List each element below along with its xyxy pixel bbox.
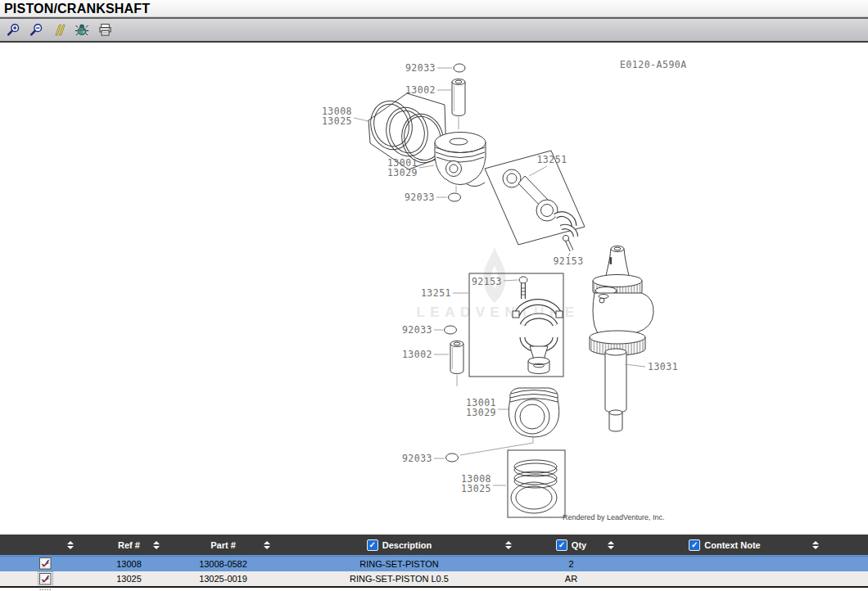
part-label[interactable]: 92033 — [405, 192, 435, 203]
connecting-rod-box-lower — [469, 273, 563, 377]
flash-button[interactable] — [50, 22, 68, 38]
piston-pin-top — [452, 79, 465, 116]
part-label[interactable]: 13025 — [322, 115, 352, 127]
table-header: Ref # Part # Description Qty Context Not… — [0, 535, 868, 555]
crankshaft — [590, 246, 653, 432]
description-checkbox[interactable] — [367, 539, 378, 551]
description-cell: RING-SET-PISTON L0.5 — [278, 571, 520, 586]
row-select-cell — [0, 588, 90, 591]
header-ref[interactable]: Ref # — [90, 535, 168, 555]
part-label[interactable]: 92033 — [402, 324, 432, 336]
parts-viewer-window: PISTON/CRANKSHAFT — [0, 0, 868, 591]
header-label: Description — [382, 540, 432, 550]
title-bar: PISTON/CRANKSHAFT — [0, 0, 868, 17]
header-part[interactable]: Part # — [168, 535, 278, 555]
rod-bolt-lower — [519, 277, 527, 299]
hotspots-button[interactable] — [73, 22, 91, 38]
edit-checkbox-icon — [39, 557, 52, 570]
ref-cell: 13025 — [90, 571, 168, 586]
part-label[interactable]: 92033 — [405, 62, 436, 74]
flash-icon — [52, 24, 66, 37]
description-cell: RING-SET-PISTON — [278, 556, 520, 571]
zoom-out-icon — [29, 23, 43, 37]
sort-arrows-icon[interactable] — [608, 541, 614, 549]
part-label[interactable]: 13251 — [421, 287, 451, 299]
circlip-second — [449, 193, 461, 201]
zoom-in-icon — [7, 23, 20, 37]
zoom-out-button[interactable] — [27, 22, 45, 38]
connecting-rod-box — [485, 151, 585, 250]
table-row-partial[interactable] — [0, 586, 868, 591]
diagram-canvas[interactable]: LEADVENTURE E0120-A590A 92033 13002 — [0, 43, 868, 535]
piston-pin-lower — [450, 341, 463, 374]
part-cell: 13025-0019 — [168, 571, 278, 586]
header-qty[interactable]: Qty — [520, 535, 622, 555]
diagram-toolbar — [0, 17, 868, 43]
header-select-column[interactable] — [0, 535, 90, 555]
part-label[interactable]: 13029 — [466, 407, 496, 418]
piston-ring-set-bottom — [508, 450, 565, 517]
qty-cell: 2 — [520, 556, 622, 571]
part-label[interactable]: 92033 — [402, 453, 432, 464]
row-select-cell[interactable] — [0, 556, 90, 571]
part-cell: 13008-0582 — [168, 556, 278, 571]
circlip-top — [454, 64, 465, 72]
edit-checkbox-icon — [39, 573, 52, 585]
table-row[interactable]: 13008 13008-0582 RING-SET-PISTON 2 — [0, 555, 868, 571]
header-description[interactable]: Description — [278, 535, 520, 555]
context-note-cell — [622, 556, 827, 571]
sort-arrows-icon[interactable] — [67, 541, 74, 549]
sort-arrows-icon[interactable] — [153, 541, 160, 549]
header-label: Qty — [572, 540, 586, 550]
zoom-in-button[interactable] — [4, 22, 22, 38]
sort-arrows-icon[interactable] — [264, 541, 270, 549]
ref-cell: 13008 — [90, 556, 168, 571]
header-label: Ref # — [118, 540, 140, 550]
context-note-cell — [622, 571, 827, 586]
part-label[interactable]: 13251 — [536, 154, 567, 165]
part-label[interactable]: 92153 — [472, 276, 502, 287]
rod-bolt-upper — [563, 235, 572, 250]
piston-bottom-view — [509, 388, 559, 437]
header-label: Part # — [210, 540, 236, 550]
part-label[interactable]: 13031 — [648, 361, 678, 372]
exploded-diagram: LEADVENTURE E0120-A590A 92033 13002 — [0, 43, 868, 535]
sort-arrows-icon[interactable] — [812, 541, 819, 549]
part-label[interactable]: 13002 — [402, 349, 432, 360]
circlip-third — [445, 326, 457, 334]
page-title: PISTON/CRANKSHAFT — [4, 2, 864, 16]
context-note-checkbox[interactable] — [689, 539, 700, 551]
render-credit: Rendered by LeadVenture, Inc. — [563, 513, 665, 521]
header-context-note[interactable]: Context Note — [622, 535, 827, 555]
header-filler — [827, 535, 868, 555]
sort-arrows-icon[interactable] — [505, 541, 512, 549]
filler-cell — [827, 556, 868, 571]
parts-table: Ref # Part # Description Qty Context Not… — [0, 535, 868, 591]
part-label[interactable]: 92153 — [553, 255, 583, 267]
qty-cell: AR — [520, 571, 622, 586]
table-row[interactable]: 13025 13025-0019 RING-SET-PISTON L0.5 AR — [0, 571, 868, 586]
circlip-bottom — [446, 453, 459, 462]
bug-icon — [75, 23, 89, 37]
qty-checkbox[interactable] — [556, 539, 567, 551]
header-label: Context Note — [704, 540, 760, 550]
part-label[interactable]: 13029 — [387, 167, 418, 178]
piston — [435, 133, 486, 187]
print-icon — [98, 23, 112, 37]
print-button[interactable] — [96, 22, 114, 38]
drawing-number: E0120-A590A — [620, 59, 687, 70]
filler-cell — [827, 571, 868, 586]
row-select-cell[interactable] — [0, 571, 90, 586]
part-label[interactable]: 13025 — [461, 483, 491, 494]
